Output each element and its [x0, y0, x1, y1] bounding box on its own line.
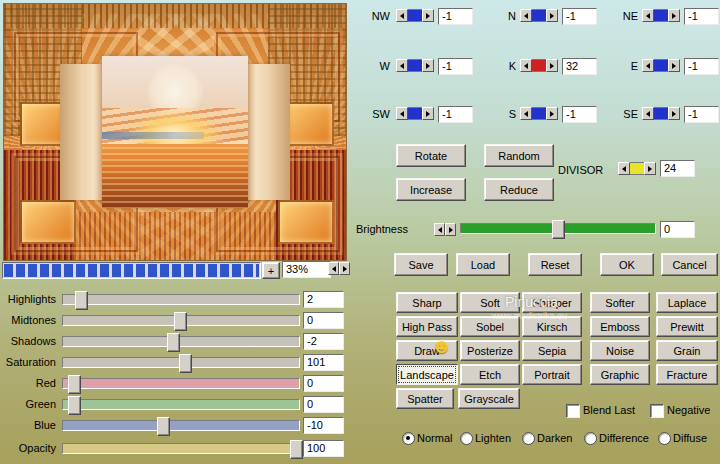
filter-sharp-button[interactable]: Sharp: [396, 292, 458, 313]
slider-thumb-opacity[interactable]: [290, 440, 303, 459]
filter-spatter-button[interactable]: Spatter: [396, 388, 454, 409]
brightness-spin-left-icon[interactable]: [434, 223, 445, 236]
zoom-spin-right-icon[interactable]: [339, 262, 350, 275]
filter-draw-button[interactable]: Draw: [396, 340, 458, 361]
preview-pane[interactable]: [3, 3, 347, 261]
spin-track-blue[interactable]: [532, 9, 546, 22]
spin-left-icon[interactable]: [520, 59, 532, 72]
spin-track-blue[interactable]: [654, 59, 668, 72]
random-button[interactable]: Random: [484, 144, 554, 167]
matrix-value-nw[interactable]: -1: [438, 8, 473, 25]
filter-laplace-button[interactable]: Laplace: [656, 292, 718, 313]
ok-button[interactable]: OK: [600, 253, 654, 276]
matrix-value-se[interactable]: -1: [684, 106, 719, 123]
mode-normal-radio[interactable]: [402, 432, 415, 445]
filter-prewitt-button[interactable]: Prewitt: [656, 316, 718, 337]
spin-right-icon[interactable]: [546, 9, 558, 22]
mode-lighten-radio[interactable]: [460, 432, 473, 445]
spin-left-icon[interactable]: [520, 107, 532, 120]
filter-sepia-button[interactable]: Sepia: [522, 340, 582, 361]
brightness-slider[interactable]: [460, 223, 656, 234]
spin-left-icon[interactable]: [642, 59, 654, 72]
brightness-value[interactable]: 0: [660, 221, 695, 238]
filter-grain-button[interactable]: Grain: [656, 340, 718, 361]
slider-thumb-red[interactable]: [68, 375, 81, 394]
mode-diffuse-radio[interactable]: [658, 432, 671, 445]
spin-track-blue[interactable]: [408, 9, 422, 22]
matrix-spinner-k[interactable]: [520, 59, 558, 72]
filter-graphic-button[interactable]: Graphic: [590, 364, 650, 385]
slider-value-midtones[interactable]: 0: [303, 312, 344, 329]
reset-button[interactable]: Reset: [528, 253, 582, 276]
spin-track-blue[interactable]: [408, 59, 422, 72]
slider-thumb-saturation[interactable]: [179, 354, 192, 373]
spin-right-icon[interactable]: [644, 162, 656, 175]
slider-track-opacity[interactable]: [62, 443, 300, 454]
spin-track-blue[interactable]: [654, 9, 668, 22]
filter-etch-button[interactable]: Etch: [460, 364, 520, 385]
spin-right-icon[interactable]: [668, 107, 680, 120]
increase-button[interactable]: Increase: [396, 178, 466, 201]
spin-track-yellow[interactable]: [630, 162, 644, 175]
slider-track-highlights[interactable]: [62, 294, 300, 305]
matrix-spinner-w[interactable]: [396, 59, 434, 72]
slider-value-red[interactable]: 0: [303, 375, 344, 392]
slider-track-saturation[interactable]: [62, 357, 300, 368]
spin-left-icon[interactable]: [396, 59, 408, 72]
filter-sharper-button[interactable]: Sharper: [522, 292, 582, 313]
spin-left-icon[interactable]: [520, 9, 532, 22]
spin-right-icon[interactable]: [422, 9, 434, 22]
matrix-value-k[interactable]: 32: [562, 58, 597, 75]
zoom-plus-button[interactable]: +: [262, 262, 280, 279]
matrix-spinner-sw[interactable]: [396, 107, 434, 120]
zoom-spinner[interactable]: [328, 262, 350, 275]
slider-value-highlights[interactable]: 2: [303, 291, 344, 308]
mode-darken-radio[interactable]: [522, 432, 535, 445]
spin-right-icon[interactable]: [422, 107, 434, 120]
blend-last-checkbox[interactable]: [566, 404, 580, 418]
matrix-value-n[interactable]: -1: [562, 8, 597, 25]
slider-value-green[interactable]: 0: [303, 396, 344, 413]
spin-right-icon[interactable]: [546, 107, 558, 120]
matrix-spinner-n[interactable]: [520, 9, 558, 22]
spin-left-icon[interactable]: [642, 107, 654, 120]
spin-right-icon[interactable]: [422, 59, 434, 72]
slider-thumb-shadows[interactable]: [167, 333, 180, 352]
filter-highpass-button[interactable]: High Pass: [396, 316, 458, 337]
spin-right-icon[interactable]: [668, 59, 680, 72]
matrix-spinner-nw[interactable]: [396, 9, 434, 22]
spin-track-red[interactable]: [532, 59, 546, 72]
save-button[interactable]: Save: [394, 253, 448, 276]
spin-track-blue[interactable]: [408, 107, 422, 120]
filter-kirsch-button[interactable]: Kirsch: [522, 316, 582, 337]
filter-soft-button[interactable]: Soft: [460, 292, 520, 313]
slider-value-shadows[interactable]: -2: [303, 333, 344, 350]
zoom-spin-left-icon[interactable]: [328, 262, 339, 275]
matrix-value-sw[interactable]: -1: [438, 106, 473, 123]
filter-portrait-button[interactable]: Portrait: [522, 364, 582, 385]
spin-left-icon[interactable]: [642, 9, 654, 22]
mode-difference-radio[interactable]: [584, 432, 597, 445]
slider-track-shadows[interactable]: [62, 336, 300, 347]
rotate-button[interactable]: Rotate: [396, 144, 466, 167]
slider-track-midtones[interactable]: [62, 315, 300, 326]
matrix-spinner-e[interactable]: [642, 59, 680, 72]
brightness-spinner[interactable]: [434, 223, 456, 236]
spin-right-icon[interactable]: [668, 9, 680, 22]
filter-softer-button[interactable]: Softer: [590, 292, 650, 313]
load-button[interactable]: Load: [456, 253, 510, 276]
brightness-spin-right-icon[interactable]: [445, 223, 456, 236]
slider-track-green[interactable]: [62, 399, 300, 410]
slider-thumb-green[interactable]: [68, 396, 81, 415]
filter-landscape-button[interactable]: Landscape: [396, 364, 458, 385]
matrix-value-ne[interactable]: -1: [684, 8, 719, 25]
slider-value-blue[interactable]: -10: [303, 417, 344, 434]
slider-value-opacity[interactable]: 100: [303, 440, 344, 457]
spin-track-blue[interactable]: [654, 107, 668, 120]
brightness-thumb[interactable]: [552, 220, 565, 239]
spin-left-icon[interactable]: [396, 107, 408, 120]
spin-track-blue[interactable]: [532, 107, 546, 120]
filter-emboss-button[interactable]: Emboss: [590, 316, 650, 337]
matrix-value-w[interactable]: -1: [438, 58, 473, 75]
matrix-spinner-ne[interactable]: [642, 9, 680, 22]
